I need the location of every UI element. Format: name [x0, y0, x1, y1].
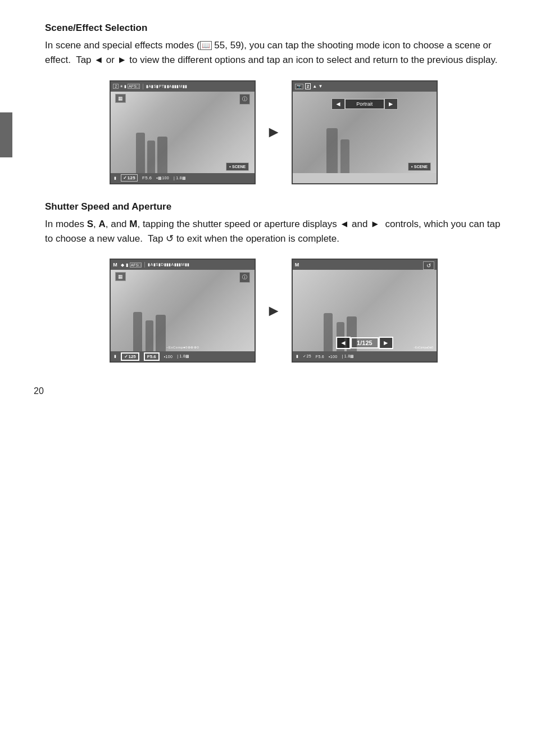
cam-photo-3: [111, 270, 255, 351]
cam-topbar-4: M: [293, 260, 437, 270]
cam-topbar-2: 📷 2 ▲ ▼: [293, 82, 437, 92]
cam-bottombar-3: ▮ ✓125 F5.6 ▪100 | 1.8▩: [111, 351, 255, 361]
scene-badge-1: ▪ SCENE: [226, 162, 249, 171]
page-number: 20: [34, 386, 44, 396]
cam-icon-grid: ▦: [115, 94, 126, 103]
cam-bottombar-4: ▮ ✓25 F5.6 ▪100 | 1.8▩: [293, 351, 437, 361]
cam-icon-grid-3: ▦: [115, 272, 126, 281]
speed-nav-right[interactable]: ►: [379, 337, 393, 349]
cam-topbar-1: 2 ☀ ▮ AFS□ ▮A▮S▮PT▮▮A▮▮▮M▮▮: [111, 82, 255, 92]
cam-photo-1: [111, 92, 255, 173]
cam-screen-2: 📷 2 ▲ ▼ ◄ Portrait ► ▪ SCENE: [292, 80, 438, 184]
arrow-between-1: ►: [266, 123, 281, 141]
speed-value-display: 1/125: [351, 337, 379, 348]
scene-badge-2: ▪ SCENE: [408, 162, 431, 171]
displays-text: displays: [302, 219, 337, 229]
portrait-label: Portrait: [345, 99, 384, 109]
cam-icon-info: ⓘ: [239, 94, 250, 105]
speed-nav-left[interactable]: ◄: [336, 337, 351, 349]
or-text: or: [106, 55, 115, 65]
cam-screen-1: 2 ☀ ▮ AFS□ ▮A▮S▮PT▮▮A▮▮▮M▮▮ ▦ ⓘ ▪ SCENE: [110, 80, 256, 184]
back-icon[interactable]: ↺: [423, 261, 434, 270]
scene-images-row: 2 ☀ ▮ AFS□ ▮A▮S▮PT▮▮A▮▮▮M▮▮ ▦ ⓘ ▪ SCENE: [45, 80, 502, 184]
arrow-between-2: ►: [266, 302, 281, 320]
section2-body: In modes S, A, and M, tapping the shutte…: [45, 217, 502, 247]
cam-screen-3: M ◆ ▮ AFS□ ▮A▮S▮D▮▮▮A▮▮▮M▮▮ ▦ ⓘ −ExComp●…: [110, 259, 256, 363]
mode-A: A: [98, 219, 105, 229]
mode-S: S: [87, 219, 93, 229]
section2-title: Shutter Speed and Aperture: [45, 201, 502, 212]
shutter-images-row: M ◆ ▮ AFS□ ▮A▮S▮D▮▮▮A▮▮▮M▮▮ ▦ ⓘ −ExComp●…: [45, 259, 502, 363]
portrait-nav-left[interactable]: ◄: [331, 98, 345, 110]
cam-topbar-3: M ◆ ▮ AFS□ ▮A▮S▮D▮▮▮A▮▮▮M▮▮: [111, 260, 255, 270]
left-tab: [0, 112, 12, 157]
cam-bottombar-1: ▮ ✓125 F5.6 ▪▩100 | 1.8▩: [111, 173, 255, 183]
portrait-nav-right[interactable]: ►: [384, 98, 398, 110]
portrait-nav: ◄ Portrait ►: [293, 98, 437, 110]
cam-screen-4: M ↺ ◄ 1/125 ► −ExComp●0⊕0 ▮ ✓25 F5.6 ▪10…: [292, 259, 438, 363]
section1-title: Scene/Effect Selection: [45, 22, 502, 34]
and-text: and: [352, 219, 367, 229]
section1-body: In scene and special effects modes (📖 55…: [45, 38, 502, 68]
mode-M: M: [129, 219, 137, 229]
cam-icon-info-3: ⓘ: [239, 272, 250, 283]
